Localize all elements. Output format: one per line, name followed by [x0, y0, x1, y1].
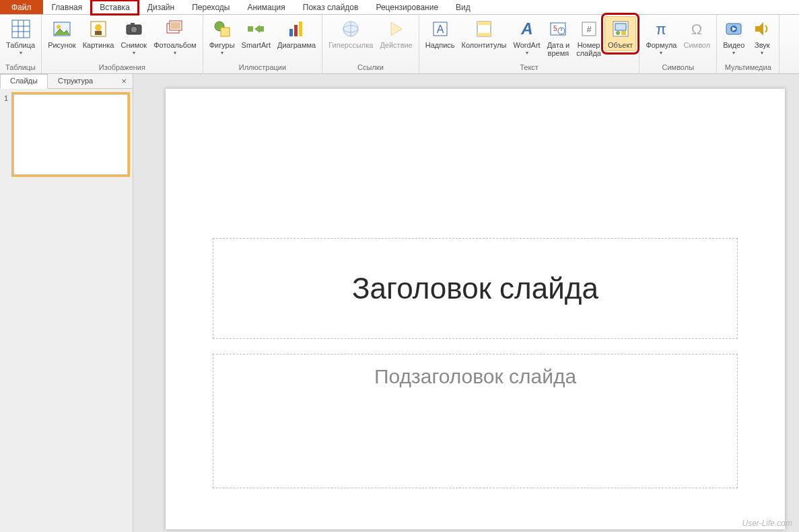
svg-text:#: #	[586, 24, 592, 34]
svg-rect-17	[221, 28, 230, 36]
object-label: Объект	[608, 41, 633, 49]
svg-rect-15	[171, 22, 180, 29]
chevron-down-icon: ▾	[20, 50, 22, 56]
tab-design[interactable]: Дизайн	[139, 0, 183, 14]
wordart-label: WordArt	[514, 41, 541, 49]
object-button[interactable]: Объект	[604, 16, 636, 51]
picture-label: Рисунок	[48, 41, 76, 49]
headerfooter-button[interactable]: Колонтитулы	[458, 16, 510, 51]
svg-text:Ω: Ω	[691, 21, 702, 38]
chevron-down-icon: ▾	[526, 50, 528, 56]
chevron-down-icon: ▾	[761, 50, 763, 56]
tab-slideshow[interactable]: Показ слайдов	[294, 0, 368, 14]
svg-rect-23	[299, 22, 302, 36]
action-button[interactable]: Действие	[376, 16, 415, 51]
slide-thumbnail-1[interactable]	[13, 94, 128, 175]
object-icon	[610, 18, 631, 40]
workspace: Слайды Структура × 1 Заголовок слайда По…	[0, 74, 799, 532]
group-illustrations-label: Иллюстрации	[206, 62, 320, 73]
audio-label: Звук	[755, 41, 770, 49]
hyperlink-icon	[340, 18, 361, 40]
hyperlink-label: Гиперссылка	[328, 41, 373, 49]
shapes-label: Фигуры	[209, 41, 235, 49]
title-text: Заголовок слайда	[352, 272, 598, 305]
thumbnail-row: 1	[4, 94, 129, 175]
svg-rect-31	[477, 22, 491, 25]
shapes-button[interactable]: Фигуры ▾	[206, 16, 238, 58]
textbox-label: Надпись	[425, 41, 455, 49]
svg-rect-18	[248, 26, 253, 32]
screenshot-label: Снимок	[120, 41, 147, 49]
equation-icon: π	[650, 18, 672, 40]
album-button[interactable]: Фотоальбом ▾	[150, 16, 200, 58]
svg-marker-27	[391, 22, 402, 36]
table-button[interactable]: Таблица ▾	[3, 16, 38, 58]
svg-rect-21	[289, 29, 293, 36]
chevron-down-icon: ▾	[732, 50, 735, 56]
group-symbols: π Формула ▾ Ω Символ Символы	[639, 15, 717, 73]
slidenum-button[interactable]: # Номер слайда	[573, 16, 604, 59]
screenshot-button[interactable]: Снимок ▾	[117, 16, 150, 58]
chart-label: Диаграмма	[277, 41, 316, 49]
picture-button[interactable]: Рисунок	[44, 16, 79, 51]
tab-transitions[interactable]: Переходы	[183, 0, 238, 14]
datetime-label: Дата и время	[547, 41, 570, 57]
equation-button[interactable]: π Формула ▾	[642, 16, 680, 58]
video-button[interactable]: Видео ▾	[720, 16, 748, 58]
slide-area: Заголовок слайда Подзаголовок слайда	[133, 74, 799, 532]
svg-rect-43	[621, 31, 626, 35]
wordart-button[interactable]: A WordArt ▾	[510, 16, 544, 58]
svg-rect-0	[12, 20, 30, 38]
shapes-icon	[211, 18, 233, 40]
group-text-label: Текст	[422, 62, 637, 73]
tab-animation[interactable]: Анимация	[238, 0, 293, 14]
symbol-icon: Ω	[686, 18, 707, 40]
watermark: User-Life.com	[742, 519, 792, 528]
symbol-button[interactable]: Ω Символ	[680, 16, 714, 51]
headerfooter-label: Колонтитулы	[462, 41, 507, 49]
svg-point-42	[616, 31, 620, 35]
subtitle-placeholder[interactable]: Подзаголовок слайда	[213, 354, 738, 488]
group-illustrations: Фигуры ▾ SmartArt Диаграмма Иллюстрации	[203, 15, 323, 73]
svg-marker-49	[755, 22, 763, 36]
tab-home[interactable]: Главная	[43, 0, 92, 14]
tab-file[interactable]: Файл	[0, 0, 43, 14]
panel-tabs: Слайды Структура ×	[0, 74, 133, 89]
chevron-down-icon: ▾	[221, 50, 223, 56]
chart-button[interactable]: Диаграмма	[274, 16, 319, 51]
action-label: Действие	[380, 41, 412, 49]
svg-marker-19	[254, 25, 260, 33]
svg-point-8	[95, 24, 102, 31]
tab-view[interactable]: Вид	[447, 0, 479, 14]
smartart-button[interactable]: SmartArt	[238, 16, 274, 51]
chevron-down-icon: ▾	[174, 50, 176, 56]
smartart-icon	[245, 18, 267, 40]
group-text: A Надпись Колонтитулы A WordArt ▾ 5 Дата…	[419, 15, 640, 73]
title-placeholder[interactable]: Заголовок слайда	[213, 238, 738, 339]
group-links: Гиперссылка Действие Ссылки	[322, 15, 419, 73]
audio-button[interactable]: Звук ▾	[748, 16, 776, 58]
svg-point-11	[131, 26, 137, 33]
screenshot-icon	[123, 18, 145, 40]
headerfooter-icon	[473, 18, 495, 40]
video-label: Видео	[723, 41, 744, 49]
datetime-button[interactable]: 5 Дата и время	[544, 16, 574, 59]
hyperlink-button[interactable]: Гиперссылка	[325, 16, 376, 51]
slide-canvas[interactable]: Заголовок слайда Подзаголовок слайда	[166, 89, 785, 529]
table-label: Таблица	[6, 41, 35, 49]
panel-tab-outline[interactable]: Структура	[48, 74, 103, 88]
tab-insert[interactable]: Вставка	[91, 0, 139, 15]
tab-review[interactable]: Рецензирование	[367, 0, 447, 14]
svg-text:5: 5	[553, 25, 557, 32]
textbox-button[interactable]: A Надпись	[422, 16, 458, 51]
chevron-down-icon: ▾	[133, 50, 135, 56]
svg-text:A: A	[436, 24, 444, 35]
thumbnails: 1	[0, 89, 133, 180]
panel-close-button[interactable]: ×	[115, 74, 133, 88]
ribbon: Таблица ▾ Таблицы Рисунок Картинка Снимо…	[0, 15, 799, 74]
svg-rect-9	[95, 31, 102, 35]
album-label: Фотоальбом	[153, 41, 197, 49]
panel-tab-slides[interactable]: Слайды	[0, 74, 48, 89]
slidenum-label: Номер слайда	[576, 41, 601, 57]
clipart-button[interactable]: Картинка	[79, 16, 118, 51]
